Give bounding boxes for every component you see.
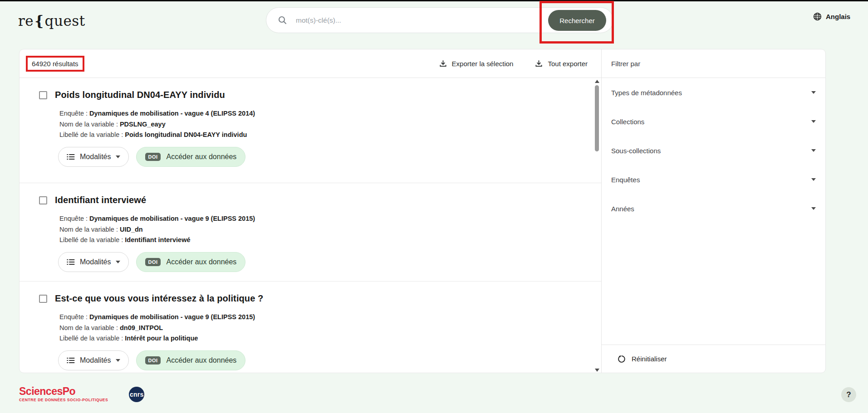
export-selection-label: Exporter la sélection: [452, 60, 514, 68]
var-desc-value: Intérêt pour la politique: [125, 335, 198, 342]
filter-section-label: Types de métadonnées: [611, 89, 682, 97]
modalites-button[interactable]: Modalités: [58, 350, 129, 370]
scrollbar-down-arrow-icon[interactable]: [595, 369, 599, 372]
export-all-button[interactable]: Tout exporter: [535, 60, 588, 68]
logo-text-post: quest: [45, 13, 85, 29]
chevron-down-icon: [811, 178, 816, 181]
result-title: Poids longitudinal DN04-EAYY individu: [55, 90, 225, 100]
result-checkbox[interactable]: [39, 295, 47, 303]
sciencespo-logo[interactable]: SciencesPo CENTRE DE DONNÉES SOCIO-POLIT…: [19, 386, 108, 402]
chevron-down-icon: [811, 149, 816, 152]
access-data-label: Accéder aux données: [167, 153, 237, 161]
sciencespo-logo-text: SciencesPo: [19, 386, 108, 396]
language-label: Anglais: [826, 13, 850, 20]
search-bar: Rechercher: [266, 7, 613, 33]
result-meta: Enquête :Dynamiques de mobilisation - va…: [59, 214, 574, 246]
chevron-down-icon: [116, 155, 120, 158]
chevron-down-icon: [811, 91, 816, 94]
survey-label: Enquête :: [59, 215, 88, 222]
modalites-label: Modalités: [80, 356, 111, 364]
filter-section-annees[interactable]: Années: [602, 194, 825, 223]
survey-label: Enquête :: [59, 110, 88, 117]
result-title: Identifiant interviewé: [55, 195, 146, 205]
survey-label: Enquête :: [59, 313, 88, 321]
language-switcher[interactable]: Anglais: [813, 12, 850, 21]
survey-value: Dynamiques de mobilisation - vague 9 (EL…: [89, 313, 255, 321]
search-button[interactable]: Rechercher: [548, 10, 606, 31]
reset-filters-button[interactable]: Réinitialiser: [602, 345, 825, 373]
var-name-label: Nom de la variable :: [59, 324, 118, 331]
app-logo[interactable]: re{quest: [18, 13, 85, 29]
chevron-down-icon: [116, 261, 120, 263]
var-name-label: Nom de la variable :: [59, 226, 118, 233]
chevron-down-icon: [116, 359, 120, 362]
filter-section-enquetes[interactable]: Enquêtes: [602, 165, 825, 194]
results-scrollbar[interactable]: [594, 79, 600, 373]
scrollbar-thumb[interactable]: [595, 85, 599, 151]
result-item: Identifiant interviewé Enquête :Dynamiqu…: [20, 183, 601, 282]
survey-value: Dynamiques de mobilisation - vague 4 (EL…: [89, 110, 255, 117]
var-name-value: PDSLNG_eayy: [120, 121, 166, 128]
cnrs-logo[interactable]: cnrs: [129, 387, 144, 402]
reset-filters-label: Réinitialiser: [632, 355, 667, 363]
filter-section-label: Collections: [611, 118, 644, 126]
download-icon: [439, 60, 447, 68]
var-name-value: UID_dn: [120, 226, 143, 233]
modalites-label: Modalités: [80, 153, 111, 161]
filter-title: Filtrer par: [602, 49, 825, 78]
list-icon: [67, 357, 75, 364]
list-icon: [67, 258, 75, 266]
download-icon: [535, 60, 543, 68]
sciencespo-logo-subtitle: CENTRE DE DONNÉES SOCIO-POLITIQUES: [19, 398, 108, 402]
filter-sidebar: Filtrer par Types de métadonnées Collect…: [601, 49, 825, 373]
logo-brace: {: [34, 13, 44, 29]
list-icon: [67, 153, 75, 160]
export-selection-button[interactable]: Exporter la sélection: [439, 60, 514, 68]
survey-value: Dynamiques de mobilisation - vague 9 (EL…: [89, 215, 255, 222]
modalites-button[interactable]: Modalités: [58, 147, 129, 167]
filter-section-types-de-metadonnees[interactable]: Types de métadonnées: [602, 78, 825, 107]
access-data-label: Accéder aux données: [167, 258, 237, 266]
doi-badge: DOI: [145, 153, 160, 161]
chevron-down-icon: [811, 120, 816, 123]
results-column: 64920 résultats Exporter la sélection To…: [20, 49, 601, 373]
var-desc-label: Libellé de la variable :: [59, 131, 123, 138]
scrollbar-up-arrow-icon[interactable]: [595, 80, 599, 83]
var-desc-value: Poids longitudinal DN04-EAYY individu: [125, 131, 247, 138]
globe-icon: [813, 12, 822, 21]
filter-section-label: Années: [611, 205, 634, 213]
result-meta: Enquête :Dynamiques de mobilisation - va…: [59, 108, 574, 141]
doi-badge: DOI: [145, 356, 160, 364]
filter-section-sous-collections[interactable]: Sous-collections: [602, 136, 825, 165]
access-data-button[interactable]: DOI Accéder aux données: [136, 350, 245, 370]
main-panel: 64920 résultats Exporter la sélection To…: [19, 49, 826, 373]
result-checkbox[interactable]: [39, 91, 47, 99]
results-header: 64920 résultats Exporter la sélection To…: [20, 49, 601, 78]
access-data-button[interactable]: DOI Accéder aux données: [136, 252, 245, 272]
result-checkbox[interactable]: [39, 196, 47, 204]
modalites-button[interactable]: Modalités: [58, 252, 129, 272]
result-title: Est-ce que vous vous intéressez à la pol…: [55, 293, 263, 304]
help-button[interactable]: ?: [841, 387, 856, 402]
var-desc-label: Libellé de la variable :: [59, 335, 123, 342]
results-count: 64920 résultats: [26, 56, 84, 72]
footer: SciencesPo CENTRE DE DONNÉES SOCIO-POLIT…: [19, 386, 144, 402]
export-all-label: Tout exporter: [548, 60, 588, 68]
results-list: Poids longitudinal DN04-EAYY individu En…: [20, 78, 601, 373]
var-name-label: Nom de la variable :: [59, 121, 118, 128]
filter-section-collections[interactable]: Collections: [602, 107, 825, 136]
result-item: Est-ce que vous vous intéressez à la pol…: [20, 282, 601, 373]
result-item: Poids longitudinal DN04-EAYY individu En…: [20, 78, 601, 183]
reset-icon: [618, 355, 626, 363]
result-meta: Enquête :Dynamiques de mobilisation - va…: [59, 312, 574, 344]
modalites-label: Modalités: [80, 258, 111, 266]
logo-text-pre: re: [18, 13, 34, 29]
access-data-button[interactable]: DOI Accéder aux données: [136, 147, 245, 167]
var-name-value: dn09_INTPOL: [120, 324, 163, 331]
filter-section-label: Enquêtes: [611, 176, 640, 184]
var-desc-label: Libellé de la variable :: [59, 236, 123, 243]
search-icon: [278, 16, 287, 24]
filter-section-label: Sous-collections: [611, 147, 661, 155]
doi-badge: DOI: [145, 258, 160, 266]
chevron-down-icon: [811, 207, 816, 210]
